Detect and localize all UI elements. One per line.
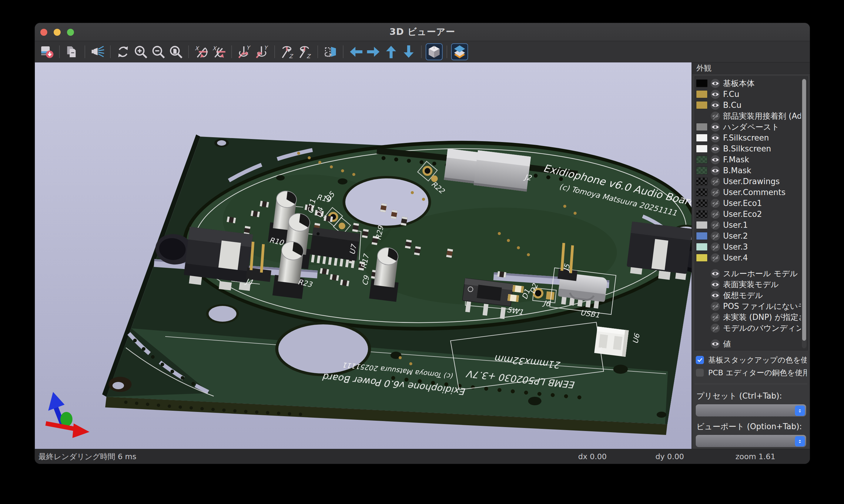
toolbar-pan-down[interactable]	[400, 43, 417, 60]
layer-row-User.2[interactable]: User.2	[696, 231, 801, 241]
visibility-eye-icon[interactable]	[711, 79, 720, 88]
stepper-icon[interactable]	[795, 436, 805, 447]
visibility-eye-icon[interactable]	[711, 166, 720, 175]
layer-row-B.Cu[interactable]: B.Cu	[696, 100, 801, 111]
visibility-eye-off-icon[interactable]	[711, 210, 720, 219]
layer-row-User.1[interactable]: User.1	[696, 220, 801, 231]
layer-row-User.Comments[interactable]: User.Comments	[696, 187, 801, 198]
layer-color-swatch[interactable]	[696, 167, 708, 175]
layer-row-B.Mask[interactable]: B.Mask	[696, 165, 801, 176]
layer-row-User.Eco2[interactable]: User.Eco2	[696, 209, 801, 220]
layer-row-User.Eco1[interactable]: User.Eco1	[696, 198, 801, 209]
layer-row--[interactable]: ハンダペースト	[696, 122, 801, 132]
toolbar-rotate-z-clockwise[interactable]: Z	[279, 43, 296, 60]
toolbar-copy-image[interactable]	[64, 43, 81, 60]
visibility-eye-off-icon[interactable]	[711, 231, 720, 241]
extra-row--[interactable]: 値	[696, 338, 801, 349]
layer-color-swatch[interactable]	[696, 232, 708, 240]
layer-row-B.Silkscreen[interactable]: B.Silkscreen	[696, 143, 801, 154]
scrollbar-thumb[interactable]	[802, 79, 806, 341]
layer-row-F.Mask[interactable]: F.Mask	[696, 154, 801, 165]
stepper-icon[interactable]	[795, 406, 805, 416]
checkbox-unchecked[interactable]	[696, 368, 704, 377]
layer-color-swatch[interactable]	[696, 254, 708, 262]
extra-row[interactable]	[696, 349, 801, 350]
visibility-eye-icon[interactable]	[711, 133, 720, 143]
toolbar-zoom-in[interactable]	[132, 43, 149, 60]
visibility-eye-off-icon[interactable]	[711, 302, 720, 311]
toolbar-pan-up[interactable]	[383, 43, 400, 60]
toolbar-zoom-to-fit[interactable]	[167, 43, 184, 60]
visibility-eye-icon[interactable]	[711, 122, 720, 132]
layer-color-swatch[interactable]	[696, 178, 708, 185]
layer-row-User.4[interactable]: User.4	[696, 252, 801, 263]
toolbar-rotate-x-clockwise[interactable]: X	[193, 43, 210, 60]
visibility-eye-icon[interactable]	[711, 155, 720, 164]
toolbar-show-layers[interactable]	[451, 43, 468, 60]
visibility-eye-off-icon[interactable]	[711, 177, 720, 186]
preset-select[interactable]	[696, 404, 806, 416]
layer-color-swatch[interactable]	[696, 123, 708, 131]
3d-viewport[interactable]: Exidiophone v6.0 Audio Board (c) Tomoya …	[35, 62, 691, 449]
visibility-eye-off-icon[interactable]	[711, 199, 720, 208]
toolbar-rotate-z-counterclockwise[interactable]: Z	[296, 43, 313, 60]
layer-row--Adh[interactable]: 部品実装用接着剤 (Adh	[696, 111, 801, 122]
layer-row-User.Drawings[interactable]: User.Drawings	[696, 176, 801, 187]
toolbar-orthographic-projection[interactable]	[426, 43, 443, 60]
layer-color-swatch[interactable]	[696, 221, 708, 229]
model-row--[interactable]: 表面実装モデル	[696, 279, 801, 290]
toolbar-rotate-y-counterclockwise[interactable]: Y	[254, 43, 271, 60]
layer-color-swatch[interactable]	[696, 79, 708, 87]
visibility-eye-icon[interactable]	[711, 291, 720, 300]
visibility-eye-off-icon[interactable]	[711, 253, 720, 263]
visibility-eye-off-icon[interactable]	[711, 242, 720, 252]
layer-color-swatch[interactable]	[696, 199, 708, 207]
layer-color-swatch[interactable]	[696, 210, 708, 218]
visibility-eye-icon[interactable]	[711, 269, 720, 278]
visibility-eye-off-icon[interactable]	[711, 323, 720, 333]
visibility-eye-icon[interactable]	[711, 144, 720, 154]
layer-color-swatch[interactable]	[696, 145, 708, 152]
visibility-eye-icon[interactable]	[711, 350, 720, 350]
toolbar-zoom-out[interactable]	[150, 43, 167, 60]
toolbar-pan-right[interactable]	[365, 43, 382, 60]
toolbar-reload-board[interactable]	[38, 43, 55, 60]
close-button[interactable]	[40, 29, 47, 36]
layer-color-swatch[interactable]	[696, 156, 708, 164]
toolbar-rotate-x-counterclockwise[interactable]: X	[210, 43, 227, 60]
model-row--DNP-[interactable]: 未実装 (DNP) が指定さ	[696, 312, 801, 323]
checkbox-row-1[interactable]: PCB エディターの銅色を使用	[696, 366, 807, 379]
layer-color-swatch[interactable]	[696, 90, 708, 98]
checkbox-row-0[interactable]: 基板スタックアップの色を使用	[696, 354, 807, 366]
visibility-eye-off-icon[interactable]	[711, 188, 720, 197]
visibility-eye-icon[interactable]	[711, 339, 720, 348]
model-row--[interactable]: 仮想モデル	[696, 290, 801, 301]
visibility-eye-off-icon[interactable]	[711, 220, 720, 230]
toolbar-flip-board[interactable]	[322, 43, 339, 60]
model-row--[interactable]: スルーホール モデル	[696, 268, 801, 279]
model-row-POS-[interactable]: POS ファイルにないモ	[696, 301, 801, 312]
layer-row-User.3[interactable]: User.3	[696, 241, 801, 252]
layer-row-F.Silkscreen[interactable]: F.Silkscreen	[696, 132, 801, 143]
minimize-button[interactable]	[54, 29, 61, 36]
model-row--[interactable]: モデルのバウンディング	[696, 323, 801, 334]
toolbar-refresh-view[interactable]	[115, 43, 132, 60]
pan-down-icon	[402, 45, 416, 59]
layer-color-swatch[interactable]	[696, 134, 708, 142]
visibility-eye-off-icon[interactable]	[711, 312, 720, 322]
zoom-button[interactable]	[67, 29, 74, 36]
toolbar-rotate-y-clockwise[interactable]: Y	[236, 43, 253, 60]
toolbar-pan-left[interactable]	[347, 43, 364, 60]
layer-row-F.Cu[interactable]: F.Cu	[696, 89, 801, 100]
layer-row--[interactable]: 基板本体	[696, 78, 801, 89]
toolbar-render-raytracing[interactable]	[89, 43, 106, 60]
layer-color-swatch[interactable]	[696, 188, 708, 196]
visibility-eye-icon[interactable]	[711, 90, 720, 99]
layer-color-swatch[interactable]	[696, 243, 708, 251]
visibility-eye-icon[interactable]	[711, 280, 720, 289]
layer-color-swatch[interactable]	[696, 101, 708, 109]
viewport-select[interactable]	[696, 435, 806, 447]
visibility-eye-icon[interactable]	[711, 101, 720, 110]
checkbox-checked[interactable]	[696, 356, 704, 364]
visibility-eye-off-icon[interactable]	[711, 111, 720, 121]
